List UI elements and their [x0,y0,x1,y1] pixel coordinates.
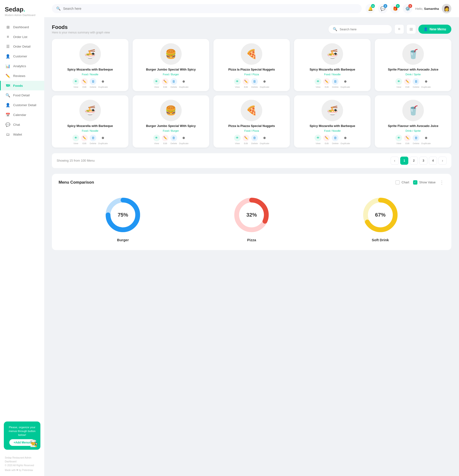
edit-button[interactable]: ✏️ Edit [404,78,411,88]
view-button[interactable]: 👁 View [72,78,79,88]
view-button[interactable]: 👁 View [72,135,79,145]
duplicate-button[interactable]: ⊕ Duplicate [421,78,431,88]
duplicate-button[interactable]: ⊕ Duplicate [260,78,269,88]
edit-icon: ✏️ [162,135,169,141]
sidebar-item-customer[interactable]: 👤Customer [0,51,44,61]
chart-checkbox[interactable] [395,180,400,185]
sidebar-item-dashboard[interactable]: ⊞Dashboard [0,22,44,32]
sidebar-item-order-detail[interactable]: ☰Order Detail [0,42,44,51]
edit-button[interactable]: ✏️ Edit [162,135,169,145]
sidebar-item-chat[interactable]: 💬Chat [0,120,44,130]
pagination-page-2[interactable]: 2 [410,157,418,165]
delete-button[interactable]: 🗑 Delete [332,78,339,88]
foods-search-icon: 🔍 [333,27,337,31]
sidebar-item-wallet[interactable]: 🗂Wallet [0,130,44,139]
grid-view-button[interactable]: ⊞ [406,24,416,34]
view-icon: 👁 [72,78,79,85]
delete-button[interactable]: 🗑 Delete [170,135,177,145]
duplicate-icon: ⊕ [100,135,106,141]
duplicate-icon: ⊕ [100,78,106,85]
foods-search-input[interactable] [340,27,388,31]
delete-button[interactable]: 🗑 Delete [413,78,419,88]
view-icon: 👁 [395,135,402,141]
user-greeting: Hello, Samantha [415,7,439,10]
delete-button[interactable]: 🗑 Delete [170,78,177,88]
sidebar-item-customer-detail[interactable]: 👤Customer Detail [0,100,44,110]
pagination-page-1[interactable]: 1 [400,157,408,165]
duplicate-button[interactable]: ⊕ Duplicate [98,135,108,145]
nav-icon: ≡ [6,35,10,39]
sidebar-item-order-list[interactable]: ≡Order List [0,32,44,42]
view-button[interactable]: 👁 View [314,78,321,88]
edit-button[interactable]: ✏️ Edit [323,135,330,145]
food-image: 🍔 [160,43,182,65]
delete-button[interactable]: 🗑 Delete [90,135,96,145]
edit-button[interactable]: ✏️ Edit [243,135,249,145]
duplicate-button[interactable]: ⊕ Duplicate [340,78,350,88]
view-button[interactable]: 👁 View [234,78,241,88]
view-button[interactable]: 👁 View [234,135,241,145]
food-card: 🍔 Burger Jumbo Special With Spicy Food /… [133,39,209,91]
food-image: 🍜 [79,100,101,121]
food-name: Burger Jumbo Special With Spicy [146,68,196,72]
view-button[interactable]: 👁 View [395,78,402,88]
list-view-button[interactable]: ≡ [394,24,404,34]
show-value-checkbox[interactable]: ✓ [413,180,417,185]
duplicate-button[interactable]: ⊕ Duplicate [340,135,350,145]
new-menu-button[interactable]: 👤 New Menu [418,25,451,34]
edit-button[interactable]: ✏️ Edit [404,135,411,145]
duplicate-button[interactable]: ⊕ Duplicate [179,135,189,145]
delete-button[interactable]: 🗑 Delete [251,78,258,88]
edit-button[interactable]: ✏️ Edit [81,78,88,88]
notification-bell-button[interactable]: 🔔11 [366,4,375,13]
duplicate-button[interactable]: ⊕ Duplicate [260,135,269,145]
sidebar-item-food-detail[interactable]: 🔍Food Detail [0,90,44,100]
donut-percent: 75% [118,212,128,218]
nav-icon: 🗂 [6,132,10,136]
notification-gift-button[interactable]: 🎁9 [390,4,400,13]
nav-icon: 📅 [6,113,10,117]
topbar-search[interactable]: 🔍 [52,4,362,13]
view-button[interactable]: 👁 View [395,135,402,145]
edit-button[interactable]: ✏️ Edit [323,78,330,88]
pagination-next[interactable]: › [438,157,447,165]
donut-percent: 32% [246,212,257,218]
topbar-search-input[interactable] [63,7,357,10]
delete-button[interactable]: 🗑 Delete [90,78,96,88]
brand-subtitle: Modern Admin Dashboard [5,14,39,17]
more-options-button[interactable]: ⋮ [439,179,445,185]
edit-button[interactable]: ✏️ Edit [162,78,169,88]
food-actions: 👁 View ✏️ Edit 🗑 Delete ⊕ Duplicate [72,78,108,88]
duplicate-button[interactable]: ⊕ Duplicate [421,135,431,145]
sidebar-item-analytics[interactable]: 📊Analytics [0,61,44,71]
view-button[interactable]: 👁 View [153,78,160,88]
view-button[interactable]: 👁 View [153,135,160,145]
food-category: Food / Noodle [324,129,341,132]
menu-comparison-section: Menu Comparison Chart ✓ Show Value ⋮ [52,174,451,250]
edit-button[interactable]: ✏️ Edit [243,78,249,88]
duplicate-button[interactable]: ⊕ Duplicate [98,78,108,88]
edit-button[interactable]: ✏️ Edit [81,135,88,145]
foods-title: Foods Here is your menus summary with gr… [52,24,110,34]
notification-settings-button[interactable]: ⚙️9 [403,4,412,13]
delete-button[interactable]: 🗑 Delete [332,135,339,145]
donut-chart: 67% [361,196,400,234]
chart-toggle[interactable]: Chart [395,180,409,185]
pagination-page-4[interactable]: 4 [429,157,437,165]
notification-chat-button[interactable]: 💬3 [378,4,388,13]
show-value-toggle[interactable]: ✓ Show Value [413,180,436,185]
pagination-prev[interactable]: ‹ [391,157,399,165]
edit-icon: ✏️ [323,135,330,141]
duplicate-button[interactable]: ⊕ Duplicate [179,78,189,88]
delete-button[interactable]: 🗑 Delete [413,135,419,145]
chart-item-soft-drink: 67% Soft Drink [361,196,400,242]
pagination-page-3[interactable]: 3 [419,157,427,165]
foods-search[interactable]: 🔍 [328,25,392,34]
view-button[interactable]: 👁 View [314,135,321,145]
sidebar-item-calendar[interactable]: 📅Calendar [0,110,44,120]
food-category: Food / Noodle [82,129,98,132]
brand-name: Sedap. [5,6,39,13]
delete-button[interactable]: 🗑 Delete [251,135,258,145]
sidebar-item-reviews[interactable]: ✏️Reviews [0,71,44,81]
sidebar-item-foods[interactable]: 🍽Foods [0,81,44,90]
